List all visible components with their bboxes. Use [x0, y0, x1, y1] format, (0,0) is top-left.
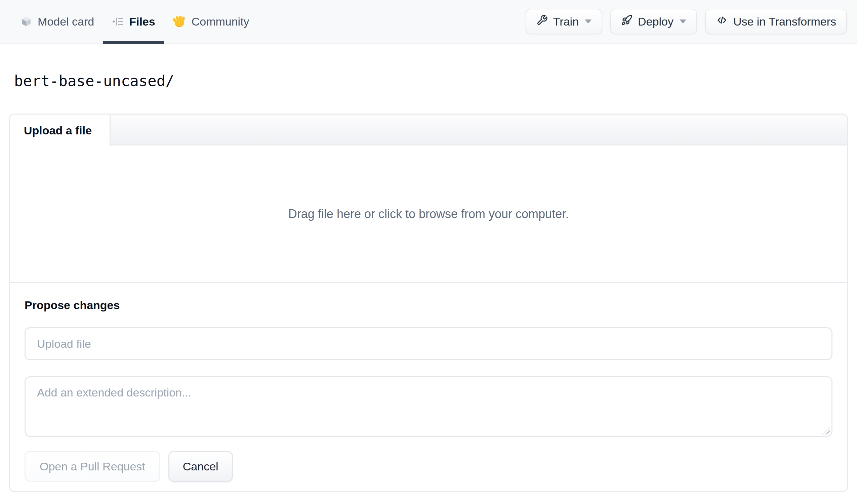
use-in-transformers-button[interactable]: Use in Transformers: [705, 9, 847, 34]
button-label: Deploy: [638, 15, 673, 28]
upload-filename-input[interactable]: [24, 327, 833, 360]
tab-files[interactable]: Files: [103, 0, 164, 43]
button-label: Use in Transformers: [733, 15, 836, 28]
propose-changes-heading: Propose changes: [24, 299, 833, 312]
rocket-icon: [621, 14, 633, 29]
button-label: Train: [553, 15, 579, 28]
code-icon: [716, 14, 728, 29]
description-field-wrapper: [24, 376, 833, 437]
file-tree-icon: [112, 15, 124, 28]
cancel-button[interactable]: Cancel: [168, 451, 233, 482]
chevron-down-icon: [679, 19, 686, 23]
cube-icon: [20, 15, 32, 28]
tab-community[interactable]: Community: [164, 0, 258, 43]
repo-tabs: Model card Files: [20, 0, 258, 43]
deploy-button[interactable]: Deploy: [610, 9, 697, 34]
repo-nav-bar: Model card Files: [0, 0, 857, 44]
chevron-down-icon: [585, 19, 591, 23]
tab-label: Files: [129, 15, 155, 28]
upload-panel: Upload a file Drag file here or click to…: [9, 114, 848, 492]
open-pull-request-button[interactable]: Open a Pull Request: [24, 451, 160, 482]
repo-action-buttons: Train Deploy Use in Transformers: [526, 0, 847, 43]
propose-changes-section: Propose changes Open a Pull Request Canc…: [10, 283, 847, 491]
dropzone-text: Drag file here or click to browse from y…: [288, 207, 569, 221]
wrench-icon: [536, 14, 548, 29]
tab-model-card[interactable]: Model card: [20, 0, 103, 43]
tab-label: Model card: [38, 15, 94, 28]
train-button[interactable]: Train: [526, 9, 602, 34]
form-buttons-row: Open a Pull Request Cancel: [24, 451, 833, 482]
waving-hand-icon: [173, 15, 186, 28]
extended-description-textarea[interactable]: [24, 376, 833, 437]
breadcrumb: bert-base-uncased/: [14, 72, 857, 89]
file-dropzone[interactable]: Drag file here or click to browse from y…: [10, 146, 847, 283]
tab-upload-a-file[interactable]: Upload a file: [10, 115, 111, 147]
panel-tab-strip: Upload a file: [10, 115, 847, 146]
tab-label: Community: [191, 15, 249, 28]
